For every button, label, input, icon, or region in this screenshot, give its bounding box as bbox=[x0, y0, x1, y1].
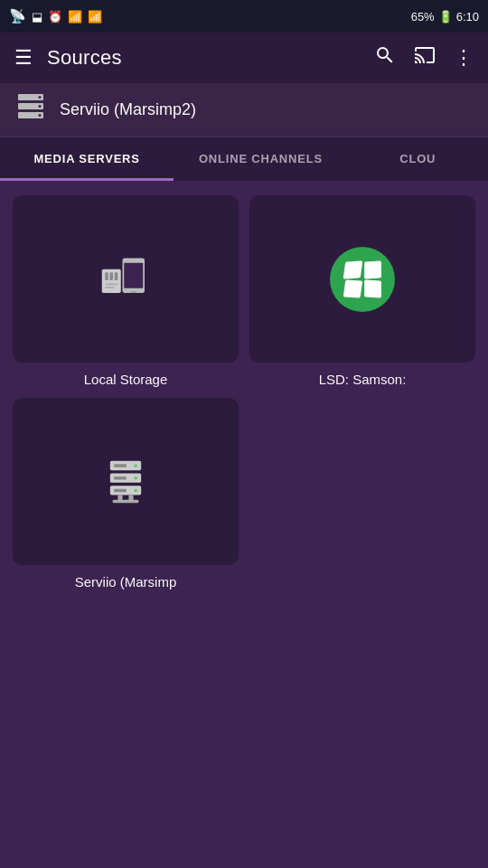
cast-icon[interactable] bbox=[407, 37, 443, 79]
tab-cloud-label: CLOU bbox=[399, 152, 436, 165]
svg-rect-26 bbox=[112, 499, 138, 502]
svg-rect-19 bbox=[114, 476, 127, 479]
alarm-icon: ⏰ bbox=[48, 10, 62, 24]
cast-status-icon: 📡 bbox=[9, 8, 26, 24]
tab-cloud[interactable]: CLOU bbox=[348, 137, 488, 179]
sources-grid: Local Storage LSD: Samson: bbox=[0, 181, 488, 604]
svg-rect-13 bbox=[105, 283, 117, 285]
tab-media-servers[interactable]: MEDIA SERVERS bbox=[0, 137, 174, 179]
svg-rect-22 bbox=[114, 488, 127, 491]
tab-online-channels[interactable]: ONLINE CHANNELS bbox=[174, 137, 347, 179]
battery-percent: 65% bbox=[411, 10, 435, 24]
list-item[interactable]: LSD: Samson: bbox=[249, 195, 475, 387]
svg-point-5 bbox=[39, 114, 42, 117]
svg-point-20 bbox=[134, 476, 136, 479]
serviio-card[interactable] bbox=[13, 398, 239, 565]
lsd-logo bbox=[330, 247, 395, 312]
svg-rect-11 bbox=[110, 272, 114, 280]
windows-icon bbox=[344, 261, 380, 297]
bluetooth-icon: ⬓ bbox=[32, 10, 42, 24]
toolbar-actions: ⋮ bbox=[367, 37, 481, 79]
server-name: Serviio (Marsimp2) bbox=[60, 100, 196, 119]
svg-point-17 bbox=[134, 464, 136, 467]
svg-rect-14 bbox=[105, 286, 115, 288]
server-icon bbox=[14, 90, 47, 129]
svg-point-23 bbox=[134, 488, 136, 491]
serviio-icon bbox=[99, 455, 153, 509]
svg-rect-8 bbox=[130, 291, 136, 293]
status-bar: 📡 ⬓ ⏰ 📶 📶 65% 🔋 6:10 bbox=[0, 0, 488, 33]
list-item[interactable]: Local Storage bbox=[13, 195, 239, 387]
tab-online-channels-label: ONLINE CHANNELS bbox=[199, 152, 323, 165]
signal-icon: 📶 bbox=[88, 10, 102, 24]
svg-rect-7 bbox=[124, 262, 143, 288]
content-area: Local Storage LSD: Samson: bbox=[0, 181, 488, 868]
serviio-label: Serviio (Marsimp bbox=[75, 574, 177, 590]
server-header: Serviio (Marsimp2) bbox=[0, 83, 488, 137]
local-storage-card[interactable] bbox=[13, 195, 239, 363]
toolbar: ☰ Sources ⋮ bbox=[0, 33, 488, 83]
lsd-samson-label: LSD: Samson: bbox=[319, 372, 407, 387]
more-options-icon[interactable]: ⋮ bbox=[446, 39, 481, 77]
svg-point-4 bbox=[39, 105, 42, 108]
svg-rect-12 bbox=[115, 272, 118, 280]
tab-media-servers-label: MEDIA SERVERS bbox=[33, 152, 139, 165]
svg-rect-10 bbox=[105, 272, 108, 280]
page-title: Sources bbox=[47, 46, 360, 70]
status-right: 65% 🔋 6:10 bbox=[411, 10, 479, 24]
svg-rect-16 bbox=[114, 464, 127, 467]
lsd-samson-card[interactable] bbox=[249, 195, 475, 363]
clock: 6:10 bbox=[456, 10, 479, 24]
status-left: 📡 ⬓ ⏰ 📶 📶 bbox=[9, 8, 102, 24]
wifi-icon: 📶 bbox=[68, 10, 82, 24]
tabs-bar: MEDIA SERVERS ONLINE CHANNELS CLOU bbox=[0, 137, 488, 181]
menu-icon[interactable]: ☰ bbox=[7, 39, 40, 77]
svg-point-3 bbox=[39, 96, 42, 99]
local-storage-label: Local Storage bbox=[84, 372, 168, 387]
local-storage-icon bbox=[94, 248, 157, 311]
list-item[interactable]: Serviio (Marsimp bbox=[13, 398, 239, 590]
search-icon[interactable] bbox=[367, 37, 403, 79]
battery-icon: 🔋 bbox=[438, 10, 453, 24]
